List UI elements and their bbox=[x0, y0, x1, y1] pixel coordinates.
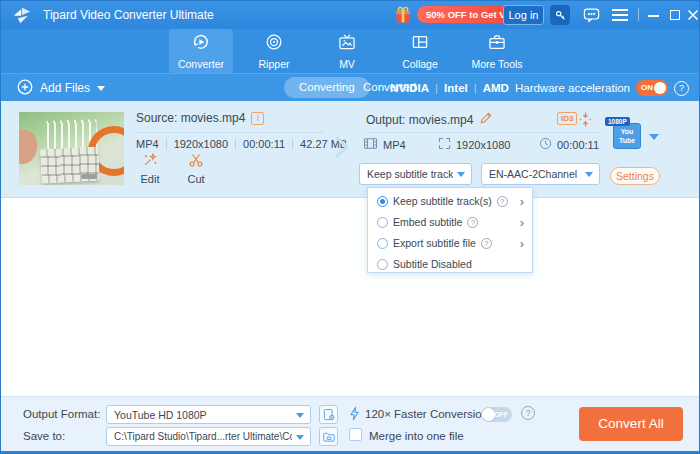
scissors-icon bbox=[188, 152, 204, 170]
radio-icon bbox=[377, 259, 388, 270]
main-nav: Converter Ripper MV Collage More Tools bbox=[1, 29, 699, 73]
output-format-info: MP4 bbox=[363, 137, 406, 152]
output-duration-info: 00:00:11 bbox=[539, 137, 599, 152]
cut-label: Cut bbox=[187, 173, 204, 185]
converter-icon bbox=[191, 32, 211, 56]
file-list-empty-area bbox=[1, 199, 699, 396]
open-folder-button[interactable] bbox=[319, 427, 338, 446]
edit-button[interactable]: Edit bbox=[133, 152, 167, 185]
vendor-intel: Intel bbox=[444, 82, 468, 94]
mv-icon bbox=[337, 32, 357, 56]
source-format: MP4 bbox=[136, 138, 159, 150]
resolution-icon bbox=[438, 137, 451, 152]
lightning-icon bbox=[348, 405, 361, 424]
titlebar-separator bbox=[638, 8, 639, 21]
titlebar: Tipard Video Converter Ultimate 50% OFF … bbox=[1, 1, 699, 29]
tab-converter[interactable]: Converter bbox=[169, 29, 233, 74]
tab-mv[interactable]: MV bbox=[315, 29, 379, 74]
app-title: Tipard Video Converter Ultimate bbox=[43, 1, 214, 29]
format-settings-button[interactable] bbox=[319, 405, 338, 424]
chevron-down-icon bbox=[457, 172, 465, 177]
chevron-down-icon bbox=[585, 172, 593, 177]
tab-label: More Tools bbox=[471, 58, 522, 70]
source-filename: Source: movies.mp4 bbox=[136, 111, 245, 125]
rename-pencil-icon[interactable] bbox=[479, 111, 493, 128]
disc-icon bbox=[264, 32, 284, 56]
source-divider bbox=[136, 132, 324, 133]
hw-help-icon[interactable]: ? bbox=[674, 81, 689, 96]
login-button[interactable]: Log in bbox=[503, 5, 544, 25]
menu-item-keep-subtitle[interactable]: Keep subtitle track(s) ? › bbox=[368, 191, 532, 211]
merge-label: Merge into one file bbox=[369, 430, 464, 442]
compress-icon[interactable] bbox=[579, 111, 592, 132]
video-thumbnail bbox=[19, 112, 124, 185]
menu-item-subtitle-disabled[interactable]: Subtitle Disabled bbox=[368, 254, 532, 274]
tab-collage[interactable]: Collage bbox=[388, 29, 452, 74]
source-to-output-arrow-icon bbox=[329, 134, 353, 164]
hardware-acceleration-label: Hardware acceleration bbox=[515, 82, 630, 94]
help-icon[interactable]: ? bbox=[467, 217, 478, 228]
output-filename: Output: movies.mp4 bbox=[366, 113, 473, 127]
clock-icon bbox=[539, 137, 552, 152]
add-files-label: Add Files bbox=[40, 81, 90, 95]
submenu-chevron-icon: › bbox=[520, 217, 524, 228]
tab-label: Converter bbox=[178, 58, 224, 70]
toolbox-icon bbox=[487, 32, 507, 56]
chevron-down-icon bbox=[296, 435, 304, 440]
app-logo-icon bbox=[12, 5, 32, 29]
cut-button[interactable]: Cut bbox=[179, 152, 213, 185]
magic-wand-icon bbox=[142, 152, 158, 170]
menu-item-export-subtitle[interactable]: Export subtitle file ? › bbox=[368, 233, 532, 253]
source-info-row: MP4 1920x1080 00:00:11 42.27 MB bbox=[136, 138, 347, 150]
tab-more-tools[interactable]: More Tools bbox=[461, 29, 533, 74]
add-files-button[interactable]: Add Files bbox=[17, 78, 105, 98]
chevron-down-icon bbox=[97, 86, 105, 91]
save-to-select[interactable]: C:\Tipard Studio\Tipard...rter Ultimate\… bbox=[106, 427, 311, 446]
app-window: Tipard Video Converter Ultimate 50% OFF … bbox=[0, 0, 700, 454]
maximize-button[interactable] bbox=[669, 6, 683, 24]
tab-ripper[interactable]: Ripper bbox=[242, 29, 306, 74]
tab-label: MV bbox=[339, 58, 355, 70]
hardware-acceleration-toggle[interactable]: ON bbox=[636, 80, 668, 96]
feedback-chat-icon[interactable] bbox=[582, 7, 601, 23]
info-icon[interactable]: i bbox=[251, 112, 264, 125]
help-icon[interactable]: ? bbox=[497, 196, 508, 207]
convert-all-button[interactable]: Convert All bbox=[579, 407, 683, 441]
audio-track-select[interactable]: EN-AAC-2Channel bbox=[481, 163, 600, 185]
tab-converting[interactable]: Converting bbox=[284, 77, 370, 98]
minimize-button[interactable] bbox=[647, 6, 661, 24]
profile-chevron-icon[interactable] bbox=[649, 134, 659, 140]
submenu-chevron-icon: › bbox=[520, 238, 524, 249]
source-resolution: 1920x1080 bbox=[174, 138, 228, 150]
radio-selected-icon bbox=[377, 196, 388, 207]
submenu-chevron-icon: › bbox=[520, 196, 524, 207]
faster-conversion-label: 120× Faster Conversion bbox=[365, 408, 488, 420]
menu-item-embed-subtitle[interactable]: Embed subtitle ? › bbox=[368, 212, 532, 232]
output-divider bbox=[366, 132, 601, 133]
bottom-bar: Output Format: YouTube HD 1080P 120× Fas… bbox=[1, 396, 699, 451]
faster-conversion-toggle[interactable]: OFF bbox=[481, 407, 512, 422]
edit-label: Edit bbox=[141, 173, 160, 185]
plus-circle-icon bbox=[17, 79, 33, 98]
output-format-select[interactable]: YouTube HD 1080P bbox=[106, 405, 311, 424]
register-key-button[interactable] bbox=[550, 5, 570, 25]
vendor-amd: AMD bbox=[483, 82, 509, 94]
faster-help-icon[interactable]: ? bbox=[521, 406, 535, 420]
menu-icon[interactable] bbox=[612, 9, 628, 21]
chevron-down-icon bbox=[296, 413, 304, 418]
id3-tag-button[interactable]: ID3 bbox=[557, 112, 577, 125]
source-duration: 00:00:11 bbox=[243, 138, 285, 150]
subtitle-select[interactable]: Keep subtitle track(s) bbox=[359, 163, 472, 185]
film-icon bbox=[363, 137, 378, 152]
vendor-nvidia: NVIDIA bbox=[390, 82, 429, 94]
settings-button[interactable]: Settings bbox=[610, 167, 660, 185]
tab-label: Collage bbox=[402, 58, 438, 70]
output-format-label: Output Format: bbox=[23, 408, 100, 420]
collage-icon bbox=[410, 32, 430, 56]
help-icon[interactable]: ? bbox=[481, 238, 492, 249]
close-button[interactable] bbox=[687, 6, 700, 24]
output-profile-button[interactable]: You Tube bbox=[613, 123, 641, 149]
gift-icon[interactable] bbox=[393, 5, 413, 29]
hardware-acceleration-group: NVIDIA | Intel | AMD Hardware accelerati… bbox=[390, 74, 689, 102]
merge-checkbox[interactable] bbox=[349, 428, 362, 441]
